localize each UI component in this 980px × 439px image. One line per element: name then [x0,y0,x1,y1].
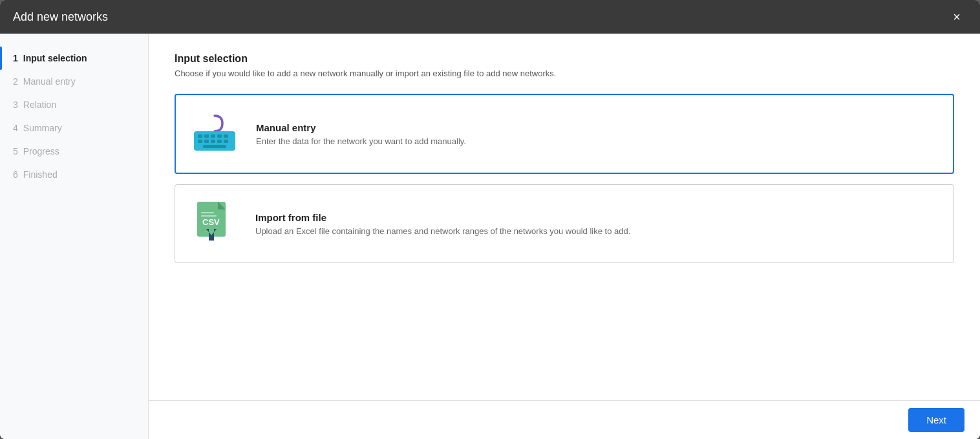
step-3-label: Relation [23,100,56,110]
step-2-label: Manual entry [23,76,76,87]
keyboard-icon [189,108,240,160]
step-6-label: Finished [23,169,58,180]
step-2-number: 2 [13,76,18,87]
sidebar-item-progress[interactable]: 5 Progress [0,140,148,163]
sidebar-item-summary[interactable]: 4 Summary [0,116,148,140]
step-6-number: 6 [13,169,18,180]
close-button[interactable]: × [946,6,967,27]
step-4-label: Summary [23,123,62,133]
import-file-title: Import from file [255,212,630,223]
svg-text:CSV: CSV [202,217,220,227]
step-3-number: 3 [13,100,18,110]
import-file-desc: Upload an Excel file containing the name… [255,226,630,236]
csv-icon: CSV [188,198,240,250]
svg-rect-5 [224,134,228,138]
svg-rect-15 [201,212,214,213]
step-1-number: 1 [13,53,18,63]
step-1-label: Input selection [23,53,87,63]
modal-body: 1 Input selection 2 Manual entry 3 Relat… [0,34,980,439]
import-file-card[interactable]: CSV Import from file Upload an Excel fil… [175,184,954,263]
next-button[interactable]: Next [908,408,964,432]
modal-title: Add new networks [13,10,108,24]
svg-rect-10 [224,140,228,143]
add-networks-modal: Add new networks × 1 Input selection 2 M… [0,0,980,439]
manual-entry-title: Manual entry [256,122,466,133]
sidebar-item-input-selection[interactable]: 1 Input selection [0,47,148,70]
svg-rect-4 [217,134,222,138]
manual-entry-text: Manual entry Enter the data for the netw… [256,122,466,146]
manual-entry-card[interactable]: Manual entry Enter the data for the netw… [175,94,954,174]
content-main: Input selection Choose if you would like… [149,34,980,400]
svg-rect-1 [198,134,202,138]
modal-footer: Next [149,400,980,439]
step-4-number: 4 [13,123,18,133]
section-desc: Choose if you would like to add a new ne… [175,69,954,78]
sidebar: 1 Input selection 2 Manual entry 3 Relat… [0,34,149,439]
svg-rect-6 [198,140,202,143]
modal-header: Add new networks × [0,0,980,34]
svg-rect-11 [203,145,226,148]
sidebar-item-finished[interactable]: 6 Finished [0,163,148,186]
section-title: Input selection [175,53,954,65]
step-5-number: 5 [13,146,18,156]
step-5-label: Progress [23,146,59,156]
svg-rect-3 [211,134,215,138]
svg-rect-9 [217,140,222,143]
sidebar-item-manual-entry[interactable]: 2 Manual entry [0,70,148,93]
sidebar-item-relation[interactable]: 3 Relation [0,93,148,116]
import-file-text: Import from file Upload an Excel file co… [255,212,630,236]
svg-rect-16 [201,215,217,217]
content-area: Input selection Choose if you would like… [149,34,980,439]
svg-rect-2 [204,134,209,138]
svg-rect-18 [209,237,214,241]
manual-entry-desc: Enter the data for the network you want … [256,136,466,146]
svg-rect-8 [211,140,215,143]
svg-rect-7 [204,140,209,143]
